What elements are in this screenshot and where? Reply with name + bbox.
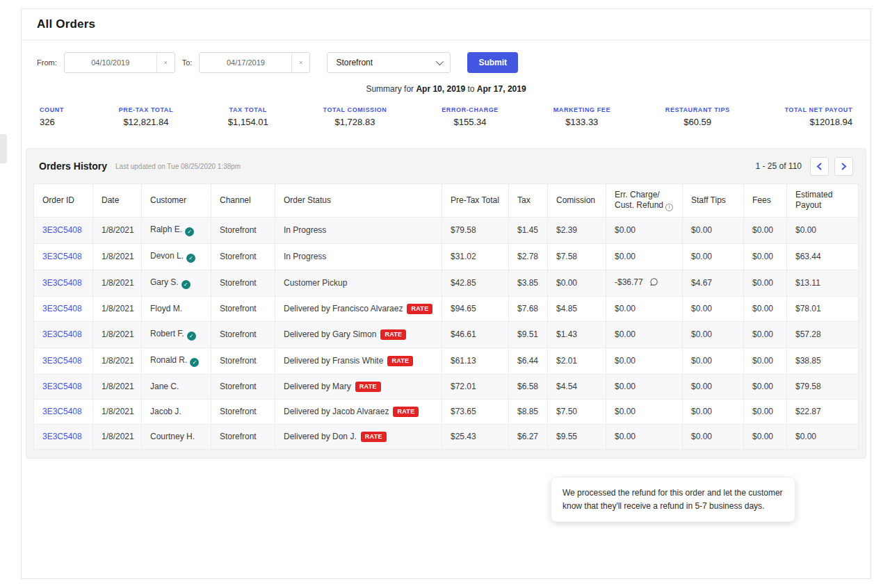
stat-total-comission: TOTAL COMISSION $1,728.83 (323, 106, 387, 127)
order-amount-cell: $31.02 (442, 243, 509, 270)
order-id-link[interactable]: 3E3C5408 (42, 252, 82, 261)
order-id-link[interactable]: 3E3C5408 (42, 356, 82, 366)
orders-history-header: Orders History Last updated on Tue 08/25… (33, 149, 859, 183)
order-id-cell: 3E3C5408 (34, 270, 93, 296)
table-header-row: Order ID Date Customer Channel Order Sta… (34, 184, 859, 218)
order-status-cell: Customer Pickup (275, 270, 442, 296)
info-icon[interactable]: i (665, 204, 673, 211)
to-date-input[interactable] (200, 53, 291, 72)
order-row: 3E3C54081/8/2021Robert F.✓StorefrontDeli… (34, 321, 859, 348)
order-date-cell: 1/8/2021 (93, 424, 142, 449)
stat-tax-total: TAX TOTAL $1,154.01 (228, 106, 268, 127)
order-amount-cell: $0.00 (683, 243, 744, 270)
summary-to-date: Apr 17, 2019 (477, 84, 526, 94)
chevron-left-icon (816, 163, 823, 170)
stat-pretax-total: PRE-TAX TOTAL $12,821.84 (119, 106, 173, 127)
order-status-cell: Delivered by Don J.RATE (275, 424, 442, 449)
from-date-input[interactable] (65, 53, 156, 72)
order-amount-cell: $2.01 (548, 348, 606, 374)
order-channel-cell: Storefront (211, 399, 275, 424)
col-order-id: Order ID (34, 184, 93, 218)
order-amount-cell: $7.50 (548, 399, 606, 424)
order-amount-cell: $79.58 (442, 217, 509, 243)
order-channel-cell: Storefront (211, 321, 275, 348)
order-id-cell: 3E3C5408 (34, 424, 93, 449)
verified-check-icon: ✓ (181, 280, 191, 289)
col-customer: Customer (142, 184, 211, 218)
order-id-link[interactable]: 3E3C5408 (42, 432, 82, 441)
next-page-button[interactable] (834, 157, 853, 176)
order-amount-cell: $13.11 (787, 270, 859, 296)
order-amount-cell: $0.00 (787, 424, 859, 449)
verified-check-icon: ✓ (185, 227, 194, 236)
order-amount-cell: $7.58 (548, 243, 606, 270)
last-updated-text: Last updated on Tue 08/25/2020 1:38pm (115, 163, 241, 170)
order-row: 3E3C54081/8/2021Devon L.✓StorefrontIn Pr… (34, 243, 859, 270)
rate-badge[interactable]: RATE (407, 304, 432, 314)
order-date-cell: 1/8/2021 (93, 217, 142, 243)
col-channel: Channel (211, 184, 275, 218)
rate-badge[interactable]: RATE (387, 356, 413, 366)
order-id-link[interactable]: 3E3C5408 (42, 407, 82, 416)
order-id-link[interactable]: 3E3C5408 (42, 278, 82, 288)
order-amount-cell: $0.00 (606, 243, 683, 270)
rate-badge[interactable]: RATE (355, 382, 381, 392)
order-customer-cell: Jacob J. (142, 399, 211, 424)
order-amount-cell: $0.00 (606, 374, 683, 399)
page-title: All Orders (37, 17, 95, 31)
refund-note-bubble-icon[interactable] (649, 277, 658, 288)
order-amount-cell: $38.85 (787, 348, 859, 374)
order-amount-cell: $0.00 (744, 217, 787, 243)
order-row: 3E3C54081/8/2021Jacob J.StorefrontDelive… (34, 399, 859, 424)
order-amount-cell: $0.00 (683, 217, 744, 243)
order-channel-cell: Storefront (211, 270, 275, 296)
order-amount-cell: $4.85 (548, 296, 606, 321)
from-clear-icon[interactable]: × (156, 53, 175, 72)
order-id-link[interactable]: 3E3C5408 (42, 382, 82, 391)
order-row: 3E3C54081/8/2021Floyd M.StorefrontDelive… (34, 296, 859, 321)
order-amount-cell: $63.44 (787, 243, 859, 270)
order-amount-cell: $0.00 (744, 348, 787, 374)
chevron-down-icon (436, 58, 444, 65)
summary-prefix: Summary for (366, 84, 414, 94)
verified-check-icon: ✓ (186, 254, 195, 263)
order-customer-cell: Ronald R.✓ (142, 348, 211, 374)
order-id-link[interactable]: 3E3C5408 (42, 225, 82, 235)
order-id-link[interactable]: 3E3C5408 (42, 329, 82, 339)
col-pretax-total: Pre-Tax Total (442, 184, 509, 218)
page-edge-tab (0, 134, 7, 163)
summary-line: Summary for Apr 10, 2019 to Apr 17, 2019 (22, 84, 871, 94)
order-amount-cell: $46.61 (442, 321, 509, 348)
order-amount-cell: $0.00 (744, 296, 787, 321)
order-customer-cell: Jane C. (142, 374, 211, 399)
order-amount-cell: $61.13 (442, 348, 509, 374)
rate-badge[interactable]: RATE (380, 329, 406, 340)
order-id-cell: 3E3C5408 (34, 321, 93, 348)
order-amount-cell: $7.68 (509, 296, 548, 321)
rate-badge[interactable]: RATE (393, 407, 419, 417)
refund-tooltip: We processed the refund for this order a… (551, 477, 795, 522)
refund-tooltip-text: We processed the refund for this order a… (563, 488, 783, 511)
submit-button[interactable]: Submit (467, 52, 518, 73)
stat-marketing-fee: MARKETING FEE $133.33 (553, 106, 610, 127)
rate-badge[interactable]: RATE (361, 432, 387, 442)
order-customer-cell: Courtney H. (142, 424, 211, 449)
to-clear-icon[interactable]: × (291, 53, 309, 72)
order-amount-cell: $0.00 (683, 296, 744, 321)
verified-check-icon: ✓ (187, 332, 196, 341)
order-row: 3E3C54081/8/2021Ralph E.✓StorefrontIn Pr… (34, 217, 859, 243)
prev-page-button[interactable] (810, 157, 829, 176)
col-err-charge: Err. Charge/ Cust. Refundi (606, 184, 683, 218)
channel-select[interactable]: Storefront (327, 52, 451, 73)
order-amount-cell: $0.00 (606, 348, 683, 374)
order-amount-cell: $4.54 (548, 374, 606, 399)
stat-total-net-payout: TOTAL NET PAYOUT $12018.94 (784, 106, 852, 127)
order-amount-cell: $57.28 (787, 321, 859, 348)
order-channel-cell: Storefront (211, 374, 275, 399)
order-amount-cell: $2.39 (548, 217, 606, 243)
order-amount-cell: $0.00 (606, 296, 683, 321)
col-date: Date (93, 184, 142, 218)
order-id-link[interactable]: 3E3C5408 (42, 304, 82, 313)
order-amount-cell: $9.55 (548, 424, 606, 449)
stat-count: COUNT 326 (40, 106, 64, 127)
